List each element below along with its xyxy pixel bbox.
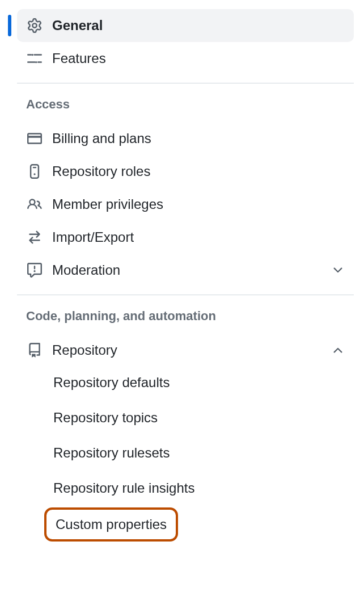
settings-sidebar: General Features Access Billing and plan… [0,0,364,554]
subitem-label: Repository defaults [53,375,170,391]
people-icon [26,196,43,213]
sidebar-item-roles[interactable]: Repository roles [17,155,354,188]
sidebar-subitem-repo-rulesets[interactable]: Repository rulesets [17,437,354,469]
repo-icon [26,342,43,359]
sidebar-item-billing[interactable]: Billing and plans [17,122,354,155]
arrow-switch-icon [26,229,43,246]
sidebar-item-label: Member privileges [52,196,163,212]
divider [17,295,354,295]
subitem-label: Custom properties [56,517,167,532]
subitem-label: Repository topics [53,410,158,426]
chevron-up-icon [331,343,345,357]
sidebar-subitem-repo-rule-insights[interactable]: Repository rule insights [17,472,354,504]
sidebar-item-import-export[interactable]: Import/Export [17,221,354,254]
sidebar-item-repository[interactable]: Repository [17,334,354,367]
sidebar-item-features[interactable]: Features [17,42,354,75]
divider [17,83,354,83]
sidebar-subitem-custom-properties[interactable]: Custom properties [44,507,178,542]
gear-icon [26,17,43,34]
section-header-code: Code, planning, and automation [17,303,354,334]
credit-card-icon [26,130,43,147]
subitem-label: Repository rulesets [53,445,170,461]
subitem-label: Repository rule insights [53,480,194,496]
sidebar-item-general[interactable]: General [17,9,354,42]
sidebar-item-privileges[interactable]: Member privileges [17,188,354,221]
sidebar-item-label: Import/Export [52,229,134,245]
report-icon [26,262,43,279]
chevron-down-icon [331,263,345,277]
section-header-access: Access [17,91,354,122]
sidebar-item-label: Repository [52,342,117,358]
sidebar-item-moderation[interactable]: Moderation [17,254,354,287]
sidebar-subitem-repo-topics[interactable]: Repository topics [17,402,354,434]
sidebar-item-label: Moderation [52,262,120,278]
sidebar-item-label: Billing and plans [52,131,151,146]
sidebar-item-label: General [52,18,103,33]
sidebar-item-label: Repository roles [52,163,150,179]
sliders-icon [26,50,43,67]
sidebar-subitem-repo-defaults[interactable]: Repository defaults [17,367,354,398]
sidebar-item-label: Features [52,51,106,66]
id-badge-icon [26,163,43,180]
